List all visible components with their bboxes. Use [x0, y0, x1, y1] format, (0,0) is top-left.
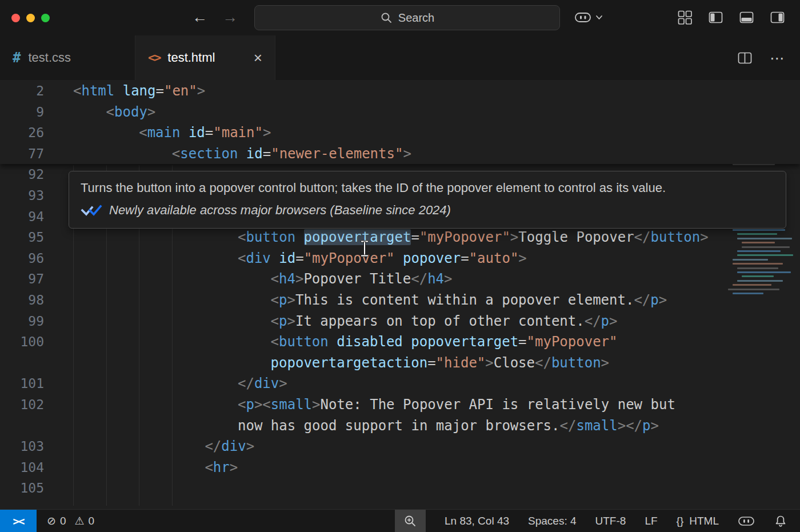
code-line-content: <p><small>Note: The Popover API is relat…	[73, 394, 675, 415]
window-controls	[11, 14, 50, 22]
chevron-down-icon	[595, 10, 603, 24]
status-right-group: Ln 83, Col 43 Spaces: 4 UTF-8 LF {} HTML	[395, 510, 800, 532]
notifications-bell-icon[interactable]	[774, 514, 787, 528]
code-line[interactable]: now has good support in major browsers.<…	[0, 415, 800, 437]
title-bar: ← → Search	[0, 0, 800, 35]
line-number[interactable]: 93	[0, 185, 57, 206]
braces-icon: {}	[677, 515, 684, 527]
line-number[interactable]: 26	[0, 122, 57, 143]
copilot-status-icon[interactable]	[738, 515, 755, 527]
line-number[interactable]: 105	[0, 478, 57, 499]
indentation-status[interactable]: Spaces: 4	[528, 515, 577, 527]
error-icon: ⊘	[47, 514, 56, 527]
code-line[interactable]: 104<hr>	[0, 457, 800, 478]
split-editor-icon[interactable]	[737, 50, 753, 66]
line-number[interactable]: 2	[0, 81, 57, 102]
line-number[interactable]: 103	[0, 436, 57, 457]
code-line[interactable]: 77<section id="newer-elements">	[0, 143, 800, 165]
maximize-window-button[interactable]	[41, 14, 50, 22]
copilot-account-button[interactable]	[574, 10, 603, 24]
code-line[interactable]: 103</div>	[0, 436, 800, 457]
code-line[interactable]: 9<body>	[0, 102, 800, 123]
language-label: HTML	[689, 515, 719, 527]
command-center-search[interactable]: Search	[254, 5, 560, 30]
line-number[interactable]: 98	[0, 290, 57, 311]
customize-layout-icon[interactable]	[677, 10, 693, 25]
code-line-content: <body>	[73, 102, 155, 123]
navigate-back-button[interactable]: ←	[192, 8, 207, 26]
close-window-button[interactable]	[11, 14, 20, 22]
remote-indicator[interactable]: ><	[0, 510, 37, 532]
remote-icon: ><	[13, 515, 24, 527]
encoding-status[interactable]: UTF-8	[595, 515, 626, 527]
toggle-panel-icon[interactable]	[739, 10, 754, 25]
minimize-window-button[interactable]	[26, 14, 35, 22]
code-line[interactable]: 96<div id="myPopover" popover="auto">	[0, 248, 800, 269]
line-number[interactable]: 104	[0, 457, 57, 478]
minimap-bar	[737, 233, 777, 235]
minimap-bar	[737, 250, 781, 252]
code-line-content: <p>This is content within a popover elem…	[73, 290, 667, 311]
line-number[interactable]: 102	[0, 394, 57, 415]
code-line[interactable]: popovertargetaction="hide">Close</button…	[0, 353, 800, 374]
toggle-sidebar-icon[interactable]	[708, 10, 723, 25]
tab-label: test.html	[167, 50, 215, 65]
code-line[interactable]: 98<p>This is content within a popover el…	[0, 290, 800, 311]
code-line-content: popovertargetaction="hide">Close</button…	[73, 353, 609, 374]
close-tab-icon[interactable]: ×	[254, 50, 262, 65]
code-line[interactable]: 101</div>	[0, 373, 800, 394]
line-number[interactable]: 94	[0, 206, 57, 227]
minimap-bar	[728, 289, 779, 290]
minimap-bar	[733, 293, 763, 294]
search-placeholder: Search	[398, 11, 434, 25]
line-number[interactable]	[0, 353, 57, 374]
line-number[interactable]: 92	[0, 164, 57, 185]
tab-test-html[interactable]: <> test.html ×	[135, 35, 275, 80]
line-number[interactable]: 101	[0, 373, 57, 394]
language-mode-status[interactable]: {} HTML	[677, 515, 719, 527]
code-line[interactable]: 95<button popovertarget="myPopover">Togg…	[0, 227, 800, 248]
code-line[interactable]: 100<button disabled popovertarget="myPop…	[0, 331, 800, 353]
code-line-content: <hr>	[73, 457, 238, 478]
more-actions-icon[interactable]: ⋯	[770, 51, 785, 66]
line-number[interactable]: 77	[0, 143, 57, 165]
line-number[interactable]: 9	[0, 102, 57, 123]
minimap-bar	[737, 280, 783, 282]
tab-test-css[interactable]: # test.css	[0, 35, 135, 80]
toggle-secondary-sidebar-icon[interactable]	[770, 10, 785, 25]
line-number[interactable]: 95	[0, 227, 57, 248]
line-number[interactable]	[0, 415, 57, 437]
problems-status[interactable]: ⊘ 0 ⚠ 0	[47, 514, 94, 527]
code-line-content: <main id="main">	[73, 122, 271, 143]
minimap-bar	[733, 259, 768, 261]
code-line-content: <p>It appears on top of other content.</…	[73, 311, 618, 332]
line-number[interactable]: 97	[0, 269, 57, 290]
magnifier-plus-icon	[403, 514, 417, 528]
line-number[interactable]: 99	[0, 311, 57, 332]
sticky-scroll: 2<html lang="en">9<body>26<main id="main…	[0, 81, 800, 164]
code-line[interactable]: 26<main id="main">	[0, 122, 800, 143]
code-line[interactable]: 2<html lang="en">	[0, 81, 800, 102]
navigate-forward-button[interactable]: →	[222, 8, 238, 26]
minimap-bar	[737, 271, 791, 273]
search-icon	[380, 11, 393, 24]
vscode-window: ← → Search	[0, 0, 800, 532]
code-line[interactable]: 97<h4>Popover Title</h4>	[0, 269, 800, 290]
code-line-content: <html lang="en">	[73, 81, 205, 102]
line-number[interactable]: 100	[0, 331, 57, 353]
code-line[interactable]: 99<p>It appears on top of other content.…	[0, 311, 800, 332]
code-line-content: </div>	[73, 436, 254, 457]
minimap-bar	[742, 242, 775, 243]
cursor-position-status[interactable]: Ln 83, Col 43	[445, 515, 509, 527]
layout-controls	[677, 10, 785, 25]
code-line[interactable]: 105	[0, 478, 800, 499]
tab-bar: # test.css <> test.html × ⋯	[0, 35, 800, 81]
error-count: 0	[60, 515, 66, 527]
zoom-button[interactable]	[395, 510, 426, 532]
minimap-bar	[737, 238, 792, 239]
hover-tooltip: Turns the button into a popover control …	[69, 171, 786, 229]
code-line[interactable]: 102<p><small>Note: The Popover API is re…	[0, 394, 800, 415]
line-number[interactable]: 96	[0, 248, 57, 269]
eol-status[interactable]: LF	[645, 515, 657, 527]
minimap-bar	[733, 263, 783, 265]
